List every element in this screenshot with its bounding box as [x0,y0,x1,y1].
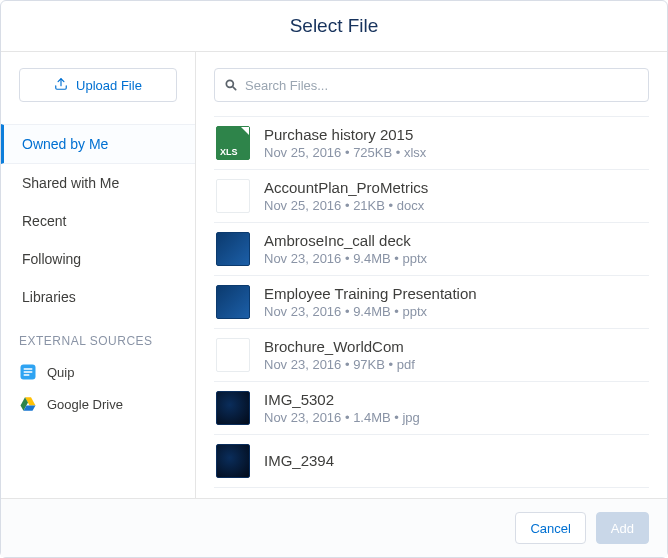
file-row[interactable]: Brochure_WorldCom Nov 23, 2016 • 97KB • … [214,329,649,382]
file-meta: Nov 23, 2016 • 9.4MB • pptx [264,251,643,266]
file-type-icon [216,391,250,425]
main-panel: XLS Purchase history 2015 Nov 25, 2016 •… [196,52,667,498]
external-google-drive[interactable]: Google Drive [1,388,195,420]
external-gdrive-label: Google Drive [47,397,123,412]
file-name: IMG_2394 [264,452,643,469]
upload-icon [54,77,68,94]
file-type-icon [216,444,250,478]
external-quip[interactable]: Quip [1,356,195,388]
select-file-dialog: Select File Upload File Owned by Me Shar… [0,0,668,558]
file-meta: Nov 23, 2016 • 97KB • pdf [264,357,643,372]
quip-icon [19,363,37,381]
file-meta: Nov 25, 2016 • 21KB • docx [264,198,643,213]
file-meta: Nov 23, 2016 • 1.4MB • jpg [264,410,643,425]
file-type-icon [216,338,250,372]
file-meta: Nov 25, 2016 • 725KB • xlsx [264,145,643,160]
file-list: XLS Purchase history 2015 Nov 25, 2016 •… [214,116,649,498]
search-input[interactable] [214,68,649,102]
file-name: AccountPlan_ProMetrics [264,179,643,196]
dialog-footer: Cancel Add [1,498,667,557]
nav-shared-with-me[interactable]: Shared with Me [1,164,195,202]
nav-list: Owned by Me Shared with Me Recent Follow… [1,124,195,316]
upload-file-label: Upload File [76,78,142,93]
file-row[interactable]: XLS Purchase history 2015 Nov 25, 2016 •… [214,117,649,170]
dialog-body: Upload File Owned by Me Shared with Me R… [1,52,667,498]
file-row[interactable]: AccountPlan_ProMetrics Nov 25, 2016 • 21… [214,170,649,223]
external-quip-label: Quip [47,365,74,380]
google-drive-icon [19,395,37,413]
file-row[interactable]: AmbroseInc_call deck Nov 23, 2016 • 9.4M… [214,223,649,276]
file-type-icon [216,179,250,213]
file-type-icon: XLS [216,126,250,160]
nav-recent[interactable]: Recent [1,202,195,240]
file-name: Brochure_WorldCom [264,338,643,355]
file-type-icon [216,285,250,319]
upload-file-button[interactable]: Upload File [19,68,177,102]
file-name: Purchase history 2015 [264,126,643,143]
external-sources-header: EXTERNAL SOURCES [1,316,195,356]
file-name: Employee Training Presentation [264,285,643,302]
file-meta: Nov 23, 2016 • 9.4MB • pptx [264,304,643,319]
file-row[interactable]: IMG_2394 [214,435,649,488]
file-row[interactable]: IMG_5302 Nov 23, 2016 • 1.4MB • jpg [214,382,649,435]
sidebar: Upload File Owned by Me Shared with Me R… [1,52,196,498]
nav-following[interactable]: Following [1,240,195,278]
file-type-icon [216,232,250,266]
file-name: IMG_5302 [264,391,643,408]
nav-libraries[interactable]: Libraries [1,278,195,316]
file-row[interactable]: Employee Training Presentation Nov 23, 2… [214,276,649,329]
add-button[interactable]: Add [596,512,649,544]
nav-owned-by-me[interactable]: Owned by Me [1,124,195,164]
cancel-button[interactable]: Cancel [515,512,585,544]
dialog-title: Select File [1,1,667,52]
file-name: AmbroseInc_call deck [264,232,643,249]
